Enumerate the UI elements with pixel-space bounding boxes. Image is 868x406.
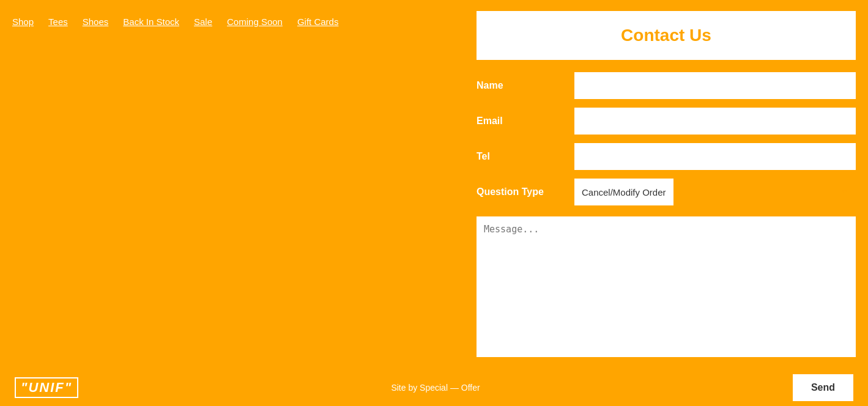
message-row	[477, 214, 856, 357]
contact-header-box: Contact Us	[477, 11, 856, 60]
nav: Shop Tees Shoes Back In Stock Sale Comin…	[12, 17, 338, 27]
name-input[interactable]	[574, 72, 856, 99]
nav-tees[interactable]: Tees	[48, 17, 68, 27]
nav-coming-soon[interactable]: Coming Soon	[227, 17, 283, 27]
send-button[interactable]: Send	[793, 374, 853, 401]
contact-title: Contact Us	[621, 26, 711, 45]
question-type-label: Question Type	[477, 186, 574, 197]
tel-input[interactable]	[574, 143, 856, 170]
footer-credit: Site by Special — Offer	[78, 383, 793, 393]
contact-panel: Contact Us Name Email Tel Question Type …	[464, 0, 868, 406]
nav-back-in-stock[interactable]: Back In Stock	[123, 17, 179, 27]
nav-sale[interactable]: Sale	[194, 17, 212, 27]
question-type-row: Question Type Cancel/Modify Order Genera…	[477, 179, 856, 205]
email-row: Email	[477, 108, 856, 135]
nav-shop[interactable]: Shop	[12, 17, 34, 27]
tel-row: Tel	[477, 143, 856, 170]
nav-shoes[interactable]: Shoes	[83, 17, 109, 27]
message-textarea[interactable]	[477, 216, 856, 357]
footer: "UNIF" Site by Special — Offer Send	[0, 369, 868, 406]
email-input[interactable]	[574, 108, 856, 135]
contact-form: Name Email Tel Question Type Cancel/Modi…	[464, 60, 868, 357]
nav-gift-cards[interactable]: Gift Cards	[297, 17, 339, 27]
tel-label: Tel	[477, 151, 574, 162]
question-type-select[interactable]: Cancel/Modify Order General Inquiry Ship…	[574, 179, 673, 205]
logo: "UNIF"	[15, 377, 78, 398]
name-label: Name	[477, 80, 574, 91]
name-row: Name	[477, 72, 856, 99]
email-label: Email	[477, 116, 574, 127]
question-type-wrapper: Cancel/Modify Order General Inquiry Ship…	[574, 179, 856, 205]
